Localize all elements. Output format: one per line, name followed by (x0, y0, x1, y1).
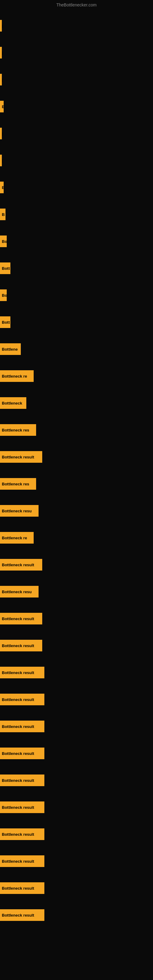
bar-label: | (2, 78, 3, 82)
bar-item: Bottleneck result (0, 667, 45, 678)
bar-item: Bottleneck res (0, 478, 36, 490)
bar-label: | (2, 24, 3, 28)
bar-label: Bottleneck result (2, 886, 34, 891)
bar-item: | (0, 20, 2, 32)
site-title: TheBottlenecker.com (56, 2, 97, 7)
bar-label: E (2, 185, 5, 190)
bar-label: Bott (2, 320, 10, 325)
bar-item: Bott (0, 317, 10, 328)
bar-item: Bottleneck result (0, 451, 42, 463)
bar-row: Bottleneck re (0, 363, 153, 390)
bar-label: Bottleneck result (2, 616, 34, 621)
bar-item: E (0, 101, 4, 112)
bar-row: Bottleneck res (0, 417, 153, 444)
bar-label: E (2, 105, 5, 109)
bar-row: | (0, 12, 153, 39)
bar-item: Bottleneck result (0, 882, 45, 894)
bar-row: Bottleneck result (0, 551, 153, 578)
bar-label: Bottleneck resu (2, 590, 32, 594)
bar-row: B (0, 201, 153, 228)
bar-row: Bottleneck result (0, 767, 153, 794)
bar-row: Bottleneck re (0, 524, 153, 551)
bar-row: Bottleneck result (0, 794, 153, 821)
bar-row: Bottleneck result (0, 875, 153, 902)
bar-label: Bo (2, 293, 7, 298)
bar-row: Bottleneck result (0, 713, 153, 740)
bar-item: Bottleneck resu (0, 586, 38, 598)
bar-row: Bottleneck result (0, 444, 153, 470)
bar-item: Bottleneck re (0, 532, 33, 544)
bar-item: Bottleneck result (0, 640, 42, 651)
bar-item: Bottleneck result (0, 829, 45, 840)
bar-row: | (0, 120, 153, 147)
bar-row: Bottleneck result (0, 848, 153, 875)
bar-row: Bottleneck result (0, 902, 153, 929)
bar-row: | (0, 66, 153, 93)
bar-label: Bott (2, 266, 10, 271)
bar-label: Bottleneck result (2, 563, 34, 567)
bar-item: | (0, 155, 2, 166)
bar-label: | (2, 158, 3, 163)
bar-item: Bottleneck res (0, 424, 36, 436)
bar-item: Bo (0, 290, 7, 301)
bar-row: Bottleneck result (0, 821, 153, 848)
bar-item: Bottleneck re (0, 370, 33, 382)
bar-row: | (0, 147, 153, 174)
bar-label: Bottleneck result (2, 778, 34, 783)
bar-row: Bott (0, 255, 153, 282)
bar-item: Bottlene (0, 343, 21, 355)
bar-item: | (0, 128, 2, 139)
bar-row: Bottlene (0, 336, 153, 363)
bar-row: Bottleneck result (0, 686, 153, 713)
bar-item: Bottleneck result (0, 748, 45, 759)
bar-label: Bottleneck result (2, 913, 34, 918)
bar-row: Bottleneck res (0, 470, 153, 497)
bar-item: Bottleneck result (0, 694, 45, 705)
bar-row: Bo (0, 282, 153, 309)
bar-label: Bo (2, 239, 7, 244)
bar-row: Bottleneck result (0, 605, 153, 632)
bar-item: | (0, 74, 2, 86)
bar-item: Bott (0, 262, 10, 274)
bar-label: Bottleneck result (2, 751, 34, 756)
bar-item: | (0, 47, 2, 59)
bar-row: | (0, 39, 153, 66)
bar-item: Bottleneck (0, 397, 26, 409)
bar-item: Bo (0, 235, 7, 247)
bar-label: Bottleneck res (2, 482, 29, 486)
bar-label: Bottleneck result (2, 724, 34, 729)
bar-label: Bottleneck (2, 401, 22, 406)
bar-label: Bottleneck resu (2, 509, 32, 513)
bar-row: Bo (0, 228, 153, 255)
bar-item: Bottleneck result (0, 855, 45, 867)
bar-label: B (2, 212, 5, 217)
bar-item: B (0, 208, 5, 220)
bar-label: Bottlene (2, 347, 18, 352)
bar-row: E (0, 93, 153, 120)
bar-label: Bottleneck result (2, 643, 34, 648)
bar-item: Bottleneck result (0, 721, 45, 732)
bar-item: Bottleneck result (0, 559, 42, 571)
bar-item: Bottleneck result (0, 909, 45, 921)
bar-item: Bottleneck resu (0, 505, 38, 517)
bar-row: Bottleneck result (0, 659, 153, 686)
bar-row: E (0, 174, 153, 201)
bar-item: E (0, 181, 4, 193)
bar-label: Bottleneck result (2, 455, 34, 460)
bar-item: Bottleneck result (0, 775, 45, 786)
bar-label: Bottleneck result (2, 859, 34, 864)
bar-label: | (2, 51, 3, 55)
bar-row: Bottleneck result (0, 740, 153, 767)
bar-row: Bottleneck (0, 390, 153, 417)
bar-label: | (2, 131, 3, 136)
bar-label: Bottleneck res (2, 428, 29, 433)
bars-container: |||E||EBBoBottBoBottBottleneBottleneck r… (0, 12, 153, 929)
bar-row: Bott (0, 309, 153, 336)
bar-label: Bottleneck re (2, 374, 27, 379)
bar-row: Bottleneck resu (0, 497, 153, 524)
bar-label: Bottleneck re (2, 536, 27, 540)
bar-item: Bottleneck result (0, 802, 45, 813)
bar-label: Bottleneck result (2, 697, 34, 702)
bar-row: Bottleneck result (0, 632, 153, 659)
bar-row: Bottleneck resu (0, 578, 153, 605)
